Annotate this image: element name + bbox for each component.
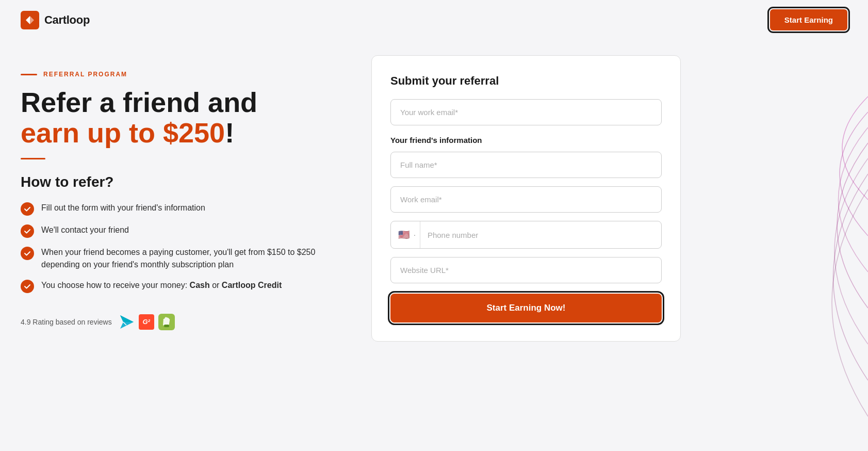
logo: Cartloop [21,11,90,29]
check-icon-2 [21,224,34,238]
headline-line2: earn up to $250 [21,117,225,148]
header: Cartloop Start Earning [0,0,868,40]
shopify-icon [158,314,175,330]
svg-marker-4 [120,315,134,322]
phone-separator: · [414,231,416,239]
step-text-2: We'll contact your friend [41,224,129,236]
website-url-input[interactable] [390,257,662,283]
orange-divider [21,158,45,159]
step-text-3: When your friend becomes a paying custom… [41,246,340,271]
rating-icons: G² [119,314,175,330]
friend-info-label: Your friend's information [390,136,662,144]
phone-flag[interactable]: 🇺🇸 · [398,221,420,248]
start-earning-button[interactable]: Start Earning Now! [390,294,662,323]
check-icon-1 [21,202,34,216]
header-cta-button[interactable]: Start Earning [770,9,847,30]
your-email-input[interactable] [390,99,662,125]
step-text-1: Fill out the form with your friend's inf… [41,202,205,214]
referral-label-row: REFERRAL PROGRAM [21,71,340,78]
referral-program-label: REFERRAL PROGRAM [43,71,127,78]
friend-email-input[interactable] [390,186,662,213]
step-item: We'll contact your friend [21,224,340,238]
step-item: Fill out the form with your friend's inf… [21,202,340,216]
step-text-4: You choose how to receive your money: Ca… [41,279,282,292]
check-icon-4 [21,280,34,293]
cartloop-logo-icon [21,11,39,29]
form-card: Submit your referral Your friend's infor… [371,55,681,342]
us-flag-emoji: 🇺🇸 [398,229,410,240]
step-item: You choose how to receive your money: Ca… [21,279,340,293]
check-icon-3 [21,247,34,260]
phone-input[interactable] [420,222,661,248]
headline-line1: Refer a friend and [21,87,257,118]
logo-text: Cartloop [44,13,90,27]
decorative-curves [806,71,868,432]
capterra-icon [119,314,135,330]
form-title: Submit your referral [390,74,662,88]
steps-list: Fill out the form with your friend's inf… [21,202,340,293]
main-headline: Refer a friend and earn up to $250! [21,87,340,149]
svg-rect-7 [164,325,169,327]
g2-badge: G² [139,314,154,330]
left-panel: REFERRAL PROGRAM Refer a friend and earn… [21,55,340,442]
rating-text: 4.9 Rating based on reviews [21,318,112,326]
full-name-input[interactable] [390,152,662,178]
step-item: When your friend becomes a paying custom… [21,246,340,271]
phone-field-wrapper: 🇺🇸 · [390,221,662,249]
rating-row: 4.9 Rating based on reviews G² [21,314,340,330]
headline-exclaim: ! [225,117,234,148]
how-to-refer-title: How to refer? [21,174,340,190]
orange-line-accent [21,74,37,75]
right-panel: Submit your referral Your friend's infor… [371,55,681,442]
main-content: REFERRAL PROGRAM Refer a friend and earn… [0,40,868,442]
